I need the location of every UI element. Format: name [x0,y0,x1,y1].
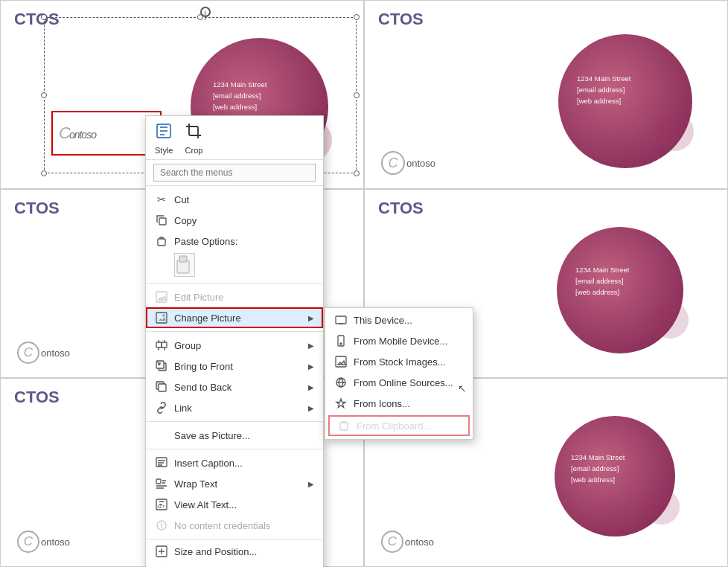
group-label: Group [174,340,302,351]
from-mobile-item[interactable]: From Mobile Device... [325,330,473,351]
from-stock-icon [334,355,348,368]
save-as-picture-item[interactable]: Save as Picture... [146,425,323,446]
svg-rect-21 [156,479,161,484]
svg-rect-1 [159,218,166,225]
info-icon [155,519,168,532]
paste-icon-area [146,252,323,280]
copy-icon [155,214,168,227]
svg-rect-2 [158,239,165,246]
crop-button[interactable]: Crop [185,122,202,155]
handle-left [41,92,47,98]
cut-item[interactable]: ✂ Cut [146,189,323,210]
deco-circle-6 [644,489,680,525]
change-picture-item[interactable]: Change Picture ▶ This Device... [146,307,323,328]
insert-caption-item[interactable]: Insert Caption... [146,452,323,473]
from-online-icon [334,376,348,389]
rotate-handle[interactable] [200,7,211,17]
svg-rect-13 [340,423,348,430]
menu-section-format: Size and Position... Format Object... [146,539,323,567]
from-online-label: From Online Sources... [354,377,464,388]
send-to-back-label: Send to Back [174,382,302,393]
this-device-item[interactable]: This Device... [325,310,473,330]
format-object-item[interactable]: Format Object... [146,562,323,567]
no-content-credentials-label: No content credentials [174,520,314,531]
change-picture-submenu: This Device... From Mobile Device... [325,307,473,440]
menu-search [146,160,323,186]
address-4: 1234 Main Street[email address][web addr… [575,264,629,298]
crop-label: Crop [185,146,203,155]
edit-picture-icon [155,290,168,304]
context-menu: Style Crop ✂ Cut [145,115,324,567]
ctos-label-1: CTOS [14,10,60,29]
wrap-text-label: Wrap Text [174,478,302,490]
wrap-text-item[interactable]: Wrap Text ▶ [146,473,323,494]
change-picture-icon [155,311,168,324]
size-and-position-item[interactable]: Size and Position... [146,541,323,562]
group-arrow: ▶ [308,342,314,350]
crop-icon [185,122,202,144]
ctos-label-3: CTOS [14,199,60,218]
menu-section-picture: Edit Picture Change Picture ▶ [146,284,323,332]
view-alt-text-label: View Alt Text... [174,499,314,510]
svg-rect-3 [177,260,189,273]
svg-text:ALT: ALT [157,504,165,509]
change-picture-label: Change Picture [174,313,302,324]
contoso-logo-2: C ontoso [381,151,435,175]
this-device-label: This Device... [354,315,464,326]
paste-box-button[interactable] [174,253,195,277]
svg-rect-4 [179,256,187,262]
contoso-logo-5: C ontoso [17,531,70,553]
from-clipboard-icon [337,419,351,432]
slide-canvas: CTOS 1234 Main Street[email address][web… [0,0,728,567]
send-to-back-item[interactable]: Send to Back ▶ [146,377,323,397]
rotate-stem [205,11,205,20]
svg-rect-6 [156,313,167,323]
deco-circle-4 [651,301,689,339]
from-stock-item[interactable]: From Stock Images... [325,351,473,372]
handle-br [354,170,360,176]
contoso-logo-6: C ontoso [381,531,434,553]
from-clipboard-item[interactable]: From Clipboard... [328,415,470,436]
contoso-text: Contoso [59,124,96,143]
menu-toolbar: Style Crop [146,118,323,160]
address-6: 1234 Main Street[email address][web addr… [571,452,625,486]
ctos-label-2: CTOS [378,10,424,29]
wrap-text-arrow: ▶ [308,480,314,488]
bring-to-front-arrow: ▶ [308,362,314,371]
insert-caption-icon [155,456,168,470]
handle-right [354,92,360,98]
from-icons-item[interactable]: From Icons... [325,393,473,414]
style-button[interactable]: Style [155,122,173,155]
ctos-label-4: CTOS [378,199,424,218]
handle-tr [354,14,360,20]
save-as-picture-icon [155,429,168,442]
size-and-position-icon [155,545,168,558]
paste-icon [155,234,168,248]
paste-options-item[interactable]: Paste Options: [146,231,323,252]
view-alt-text-item[interactable]: ALT View Alt Text... [146,494,323,515]
copy-item[interactable]: Copy [146,210,323,231]
bring-to-front-label: Bring to Front [174,361,302,372]
from-online-item[interactable]: From Online Sources... [325,372,473,393]
ctos-label-5: CTOS [14,388,60,407]
edit-picture-item[interactable]: Edit Picture [146,286,323,307]
search-input[interactable] [153,164,316,182]
this-device-icon [334,313,348,327]
wrap-text-icon [155,477,168,490]
link-icon [155,401,168,414]
from-stock-label: From Stock Images... [354,356,464,368]
bring-to-front-item[interactable]: Bring to Front ▶ [146,356,323,377]
address-1: 1234 Main Street[email address][web addr… [213,79,266,113]
bring-to-front-icon [155,359,168,373]
paste-label: Paste Options: [174,236,314,247]
group-item[interactable]: Group ▶ [146,335,323,356]
slide-cell-2: CTOS 1234 Main Street[email address][web… [364,0,728,189]
svg-rect-19 [159,384,166,391]
menu-section-misc: Insert Caption... Wrap Text ▶ AL [146,449,323,539]
link-item[interactable]: Link ▶ [146,397,323,418]
group-icon [155,339,168,352]
copy-label: Copy [174,215,314,226]
style-icon [155,122,173,144]
menu-section-edit: ✂ Cut Copy Paste [146,186,323,284]
link-arrow: ▶ [308,404,314,412]
